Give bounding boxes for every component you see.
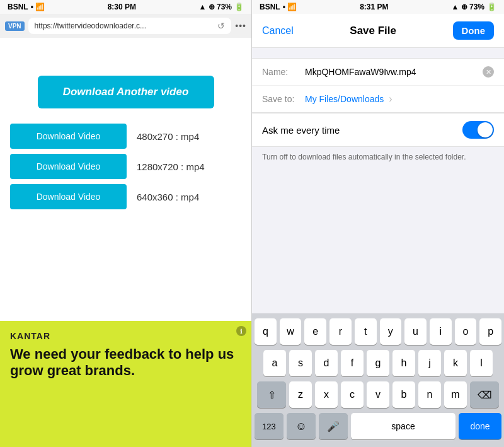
clear-name-icon[interactable]: ✕ <box>483 66 494 78</box>
ad-banner: ℹ KANTAR We need your feedback to help u… <box>0 321 251 447</box>
numbers-key[interactable]: 123 <box>255 413 284 439</box>
name-value[interactable]: MkpQHOMFawaW9Ivw.mp4 <box>305 67 478 77</box>
signal-right: ▲ ⊕ 73% <box>451 3 484 11</box>
carrier-right: BSNL <box>260 3 280 11</box>
delete-key[interactable]: ⌫ <box>470 381 499 408</box>
time-right: 8:31 PM <box>360 3 388 11</box>
download-video-button-3[interactable]: Download Video <box>10 184 127 209</box>
key-n[interactable]: n <box>418 381 441 408</box>
key-l[interactable]: l <box>470 350 493 376</box>
cancel-button[interactable]: Cancel <box>262 25 294 37</box>
key-u[interactable]: u <box>404 318 427 345</box>
key-e[interactable]: e <box>304 318 326 345</box>
key-s[interactable]: s <box>289 350 312 376</box>
wifi-icon-right: • 📶 <box>283 3 297 11</box>
key-j[interactable]: j <box>418 350 441 376</box>
key-a[interactable]: a <box>263 350 286 376</box>
video-options-list: Download Video 480x270 : mp4 Download Vi… <box>10 124 241 209</box>
status-bar-right: BSNL • 📶 8:31 PM ▲ ⊕ 73% 🔋 <box>252 0 504 14</box>
ask-every-time-row: Ask me every time <box>252 113 504 147</box>
mic-key[interactable]: 🎤 <box>319 413 348 439</box>
form-section: Name: MkpQHOMFawaW9Ivw.mp4 ✕ Save to: My… <box>252 58 504 113</box>
video-row-3: Download Video 640x360 : mp4 <box>10 184 241 209</box>
carrier-left: BSNL <box>8 3 28 11</box>
key-c[interactable]: c <box>341 381 364 408</box>
video-quality-2: 1280x720 : mp4 <box>137 161 205 172</box>
video-row-2: Download Video 1280x720 : mp4 <box>10 154 241 179</box>
status-left: BSNL • 📶 <box>8 3 45 11</box>
status-right-right: ▲ ⊕ 73% 🔋 <box>451 3 496 11</box>
save-to-label: Save to: <box>262 94 300 104</box>
key-q[interactable]: q <box>255 318 277 345</box>
key-h[interactable]: h <box>392 350 415 376</box>
key-t[interactable]: t <box>355 318 377 345</box>
key-i[interactable]: i <box>430 318 452 345</box>
save-to-row[interactable]: Save to: My Files/Downloads › <box>252 86 504 112</box>
key-k[interactable]: k <box>444 350 467 376</box>
key-v[interactable]: v <box>367 381 389 408</box>
key-z[interactable]: z <box>289 381 312 408</box>
right-panel: BSNL • 📶 8:31 PM ▲ ⊕ 73% 🔋 Cancel Save F… <box>252 0 504 447</box>
download-another-button[interactable]: Download Another video <box>38 76 214 108</box>
ad-brand: KANTAR <box>10 331 241 341</box>
signal-left: ▲ ⊕ 73% <box>198 3 232 11</box>
ad-info-icon: ℹ <box>236 326 246 336</box>
keyboard: q w e r t y u i o p a s d f g h j k l ⇧ … <box>252 313 504 447</box>
save-to-value: My Files/Downloads <box>305 94 384 104</box>
battery-right: 🔋 <box>487 3 496 11</box>
key-r[interactable]: r <box>329 318 352 345</box>
status-right-left: ▲ ⊕ 73% 🔋 <box>198 3 244 11</box>
done-button[interactable]: Done <box>453 21 495 40</box>
keyboard-row-3: ⇧ z x c v b n m ⌫ <box>255 381 501 408</box>
ad-text: We need your feedback to help us grow gr… <box>10 346 241 380</box>
key-g[interactable]: g <box>367 350 389 376</box>
shift-key[interactable]: ⇧ <box>257 381 286 408</box>
download-video-button-1[interactable]: Download Video <box>10 124 127 149</box>
name-row: Name: MkpQHOMFawaW9Ivw.mp4 ✕ <box>252 59 504 86</box>
done-key[interactable]: done <box>459 413 501 439</box>
download-video-button-2[interactable]: Download Video <box>10 154 127 179</box>
key-w[interactable]: w <box>280 318 302 345</box>
name-label: Name: <box>262 67 300 77</box>
key-y[interactable]: y <box>380 318 402 345</box>
toggle-knob <box>478 122 493 137</box>
keyboard-bottom-row: 123 ☺ 🎤 space done <box>255 413 501 439</box>
toggle-description: Turn off to download files automatically… <box>252 147 504 168</box>
wifi-icon: • 📶 <box>31 3 45 11</box>
key-d[interactable]: d <box>315 350 338 376</box>
url-bar[interactable]: https://twittervideodownloader.c... ↺ <box>28 18 232 34</box>
key-p[interactable]: p <box>479 318 501 345</box>
save-file-header: Cancel Save File Done <box>252 14 504 48</box>
reload-icon[interactable]: ↺ <box>217 21 225 31</box>
status-right-carrier: BSNL • 📶 <box>260 3 297 11</box>
chevron-right-icon: › <box>389 93 392 105</box>
keyboard-row-1: q w e r t y u i o p <box>255 318 501 345</box>
emoji-key[interactable]: ☺ <box>287 413 316 439</box>
more-options-icon[interactable]: ••• <box>235 21 246 31</box>
status-bar-left: BSNL • 📶 8:30 PM ▲ ⊕ 73% 🔋 <box>0 0 251 14</box>
save-file-title: Save File <box>350 25 396 37</box>
key-b[interactable]: b <box>392 381 415 408</box>
browser-content: Download Another video Download Video 48… <box>0 38 251 447</box>
left-panel: BSNL • 📶 8:30 PM ▲ ⊕ 73% 🔋 VPN https://t… <box>0 0 252 447</box>
keyboard-row-2: a s d f g h j k l <box>255 350 501 376</box>
video-quality-1: 480x270 : mp4 <box>137 131 199 142</box>
battery-left: 🔋 <box>234 3 244 11</box>
video-row-1: Download Video 480x270 : mp4 <box>10 124 241 149</box>
video-quality-3: 640x360 : mp4 <box>137 192 199 202</box>
toggle-label: Ask me every time <box>262 125 340 136</box>
key-x[interactable]: x <box>315 381 338 408</box>
key-o[interactable]: o <box>455 318 477 345</box>
vpn-badge: VPN <box>5 21 25 31</box>
url-text: https://twittervideodownloader.c... <box>35 21 146 30</box>
key-f[interactable]: f <box>341 350 364 376</box>
ask-every-time-toggle[interactable] <box>462 121 494 139</box>
time-left: 8:30 PM <box>108 3 136 11</box>
space-key[interactable]: space <box>351 413 455 439</box>
browser-bar: VPN https://twittervideodownloader.c... … <box>0 14 251 38</box>
key-m[interactable]: m <box>444 381 467 408</box>
